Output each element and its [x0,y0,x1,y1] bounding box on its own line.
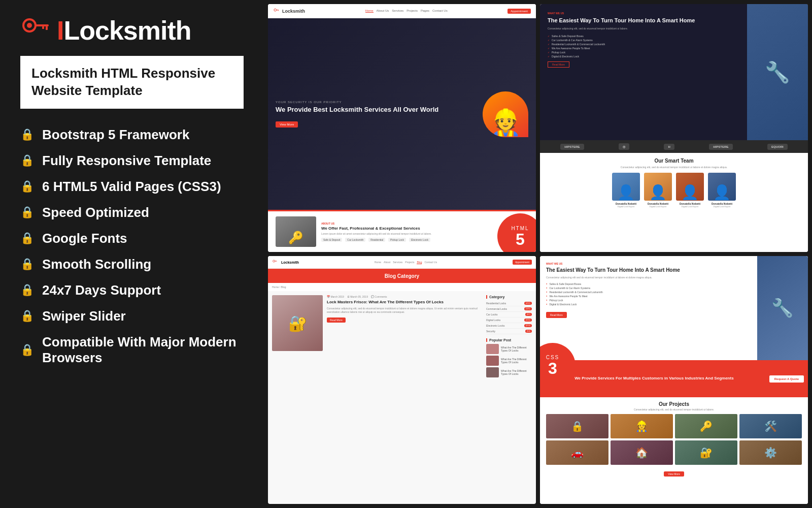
ss3-cat-6: Security (64) [486,329,532,334]
ss3-popular-img-1 [486,344,499,354]
ss2-logo-3: H [664,144,674,150]
proj-item-1 [546,414,608,438]
ss1-nav-appointment[interactable]: Appointment [507,9,531,14]
proj-item-4 [739,414,802,438]
feature-fonts: 🔒 Google Fonts [20,227,244,250]
ss1-nav-services: Services [392,9,403,13]
logo-icon [20,15,51,46]
ss3-main: 📅 March 2019 🗓 March 05, 2019 💬 Comments… [272,295,482,500]
ss3-nav-services: Services [393,261,402,264]
team-member-4: Donatella Nobetti Digital Lock Expert [708,173,736,208]
ss2-logos: HIPSTERБ ◎ H HIPSTERБ EQUORI [540,140,808,153]
feature-scrolling: 🔒 Smooth Scrolling [20,252,244,276]
ss4-sh-tag: WHAT WE US [546,262,751,265]
ss3-cat-label-4: Digital Locks [486,319,500,322]
ss3-popular-title: Popular Post [486,338,532,342]
ss3-cat-count-6: (64) [525,330,532,333]
ss4-sh-item-6: Digital & Electronic Lock [546,302,751,306]
ss3-cat-label-1: Residential Locks [486,302,506,305]
ss2-logo-4: HIPSTERБ [709,144,732,150]
ss2-read-more-btn[interactable]: Read More [548,61,569,68]
ss4-quote-btn[interactable]: Request A Quote [769,375,804,383]
ss3-cat-4: Digital Locks (315) [486,318,532,323]
ss1-service-2: Car Locksmith [345,238,365,242]
ss3-cat-label-2: Commercial Locks [486,307,507,310]
ss2-hero-image [747,4,808,140]
svg-point-8 [273,260,275,262]
ss3-read-more-btn[interactable]: Read More [327,318,346,323]
ss4-cta: We Provide Services For Multiples Custom… [540,360,808,397]
ss3-nav-about: About [384,261,390,264]
feature-browsers: 🔒 Compatible With Major Modern Browsers [20,330,244,370]
css3-badge: CSS 3 [540,343,576,389]
svg-rect-6 [276,10,279,10]
team-role-4: Digital Lock Expert [708,205,736,208]
html5-badge: HTML 5 [497,213,536,252]
logo-area: ILocksmith [20,15,244,46]
lock-icon-1: 🔒 [20,128,34,141]
proj-item-8 [739,440,802,465]
ss4-view-more-btn[interactable]: View More [664,471,684,477]
ss1-nav-logo: Locksmith [273,8,305,15]
ss3-nav-brand: Locksmith [281,261,299,264]
team-member-1: Donatella Nobetti Digital Lock Expert [612,173,640,208]
ss3-nav-projects: Projects [405,261,414,264]
ss4-read-more-btn[interactable]: Read More [546,312,567,318]
proj-item-5 [546,440,608,465]
ss4-smart-home: WHAT WE US The Easiest Way To Turn Tour … [540,256,808,360]
lock-icon-9: 🔒 [20,343,34,357]
ss1-hero: YOUR SECURITY IS OUR PRIORITY We Provide… [268,18,536,210]
team-photo-1 [612,173,640,201]
svg-rect-2 [35,24,49,26]
ss2-what-tag: WHAT WE US [548,12,739,15]
ss1-about: ABOUT US We Offer Fast, Professional & E… [268,210,536,252]
ss3-post-title: Lock Masters Frisco: What Are The Differ… [327,300,482,305]
ss1-nav-brand: Locksmith [282,9,305,14]
lock-icon-3: 🔒 [20,180,34,193]
ss2-list-item-3: Residential Locksmith & Commercial Locks… [548,42,739,46]
screenshot-smarthome: WHAT WE US The Easiest Way To Turn Tour … [540,4,808,252]
ss3-popular-text-1: What Are The Different Types Of Locks [501,346,532,352]
svg-point-5 [274,9,277,11]
ss1-hero-subtitle: YOUR SECURITY IS OUR PRIORITY [276,101,483,104]
ss3-cat-count-1: (432) [524,302,532,305]
ss3-cat-label-5: Electronic Locks [486,324,504,327]
ss4-projects-section: Our Projects Consectetur adipiscing elit… [540,397,808,504]
ss1-service-5: Electronic Lock [409,238,430,242]
screenshot-projects: WHAT WE US The Easiest Way To Turn Tour … [540,256,808,504]
lock-icon-4: 🔒 [20,206,34,219]
ss3-nav-appointment[interactable]: Appointment [513,260,532,265]
ss3-nav-blog: Blog [417,261,422,264]
ss1-service-1: Safe & Deposit [321,238,342,242]
ss3-cat-count-3: (87) [525,313,532,316]
ss2-text: Consectetur adipiscing elit, sed do eius… [548,27,739,31]
ss2-top: WHAT WE US The Easiest Way To Turn Tour … [540,4,808,140]
ss2-content: WHAT WE US The Easiest Way To Turn Tour … [540,4,747,140]
team-role-2: Digital Lock Expert [644,205,672,208]
ss3-popular-3: What Are The Different Types Of Locks [486,367,532,377]
ss3-cat-3: Car Locks (87) [486,312,532,318]
ss4-sh-text: Consectetur adipiscing elit sed do eiusm… [546,276,751,280]
ss4-cta-text: We Provide Services For Multiples Custom… [544,376,764,381]
ss4-projects-title: Our Projects [546,401,802,407]
ss3-cat-count-4: (315) [524,319,532,322]
ss1-about-image [276,216,316,247]
ss3-cat-count-5: (213) [524,324,532,327]
ss3-post-content: 📅 March 2019 🗓 March 05, 2019 💬 Comments… [327,295,482,351]
ss3-breadcrumb: Home / Blog [268,283,536,291]
ss2-team-text: Consectetur adipiscing elit, sed do eius… [548,166,800,169]
ss3-post: 📅 March 2019 🗓 March 05, 2019 💬 Comments… [272,295,482,351]
ss3-nav-home: Home [375,261,381,264]
team-photo-4 [708,173,736,201]
ss1-hero-btn[interactable]: View More [276,121,298,128]
ss4-sh-item-3: Residential Locksmith & Commercial Locks… [546,290,751,294]
ss4-sh-title: The Easiest Way To Turn Tour Home Into A… [546,267,751,273]
right-panel: Locksmith Home About Us Services Project… [264,0,812,508]
ss2-team-members: Donatella Nobetti Digital Lock Expert Do… [548,173,800,208]
ss1-hero-image [483,91,528,137]
feature-responsive: 🔒 Fully Responsive Template [20,149,244,173]
ss3-popular-img-3 [486,367,499,377]
lock-icon-7: 🔒 [20,283,34,297]
team-photo-2 [644,173,672,201]
ss3-popular-text-3: What Are The Different Types Of Locks [501,369,532,375]
